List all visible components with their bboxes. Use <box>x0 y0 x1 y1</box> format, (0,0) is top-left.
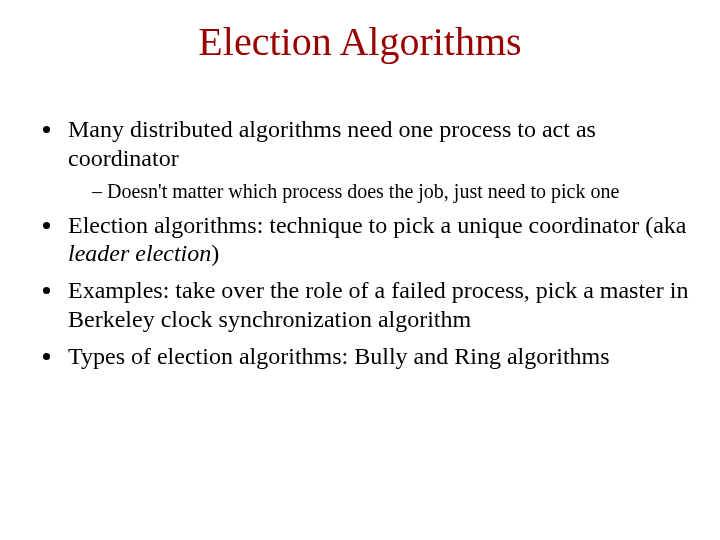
bullet-text-part: leader election <box>68 240 211 266</box>
bullet-item: Election algorithms: technique to pick a… <box>64 211 690 269</box>
sub-bullet-item: Doesn't matter which process does the jo… <box>92 179 690 203</box>
bullet-list: Many distributed algorithms need one pro… <box>30 115 690 371</box>
slide-body: Many distributed algorithms need one pro… <box>30 115 690 371</box>
bullet-text-part: ) <box>211 240 219 266</box>
bullet-text: Many distributed algorithms need one pro… <box>68 116 596 171</box>
bullet-item: Types of election algorithms: Bully and … <box>64 342 690 371</box>
slide-title: Election Algorithms <box>30 18 690 65</box>
bullet-text-part: Election algorithms: technique to pick a… <box>68 212 686 238</box>
bullet-item: Many distributed algorithms need one pro… <box>64 115 690 203</box>
bullet-text: Types of election algorithms: Bully and … <box>68 343 610 369</box>
bullet-item: Examples: take over the role of a failed… <box>64 276 690 334</box>
slide: Election Algorithms Many distributed alg… <box>0 0 720 540</box>
bullet-text: Examples: take over the role of a failed… <box>68 277 688 332</box>
sub-bullet-list: Doesn't matter which process does the jo… <box>68 179 690 203</box>
